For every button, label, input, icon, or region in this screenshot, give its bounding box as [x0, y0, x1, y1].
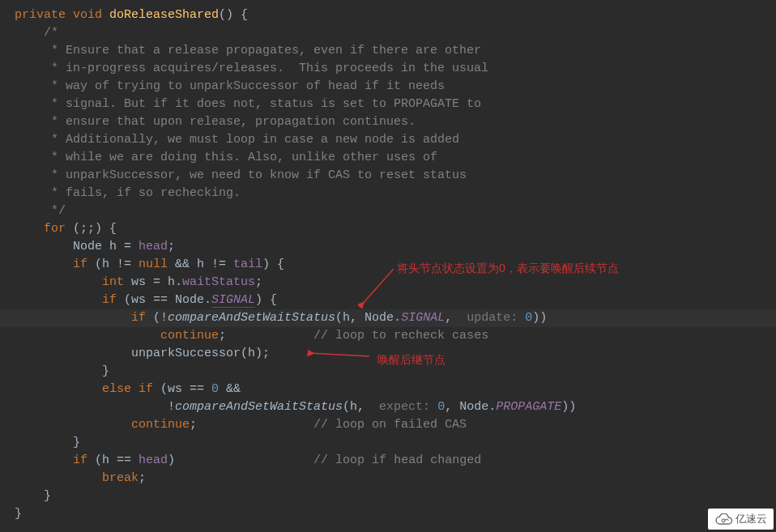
method-cas: compareAndSetWaitStatus: [168, 311, 335, 325]
method-name: doReleaseShared: [109, 8, 219, 22]
const-signal: SIGNAL: [211, 293, 255, 308]
keyword-void: void: [73, 8, 102, 22]
const-signal: SIGNAL: [401, 311, 445, 325]
field-waitstatus: waitStatus: [182, 275, 255, 289]
keyword-private: private: [15, 8, 66, 22]
code-line-22: else if (ws == 0 &&: [15, 381, 776, 398]
code-line-25: }: [15, 434, 776, 452]
keyword-continue: continue: [160, 329, 219, 343]
field-tail: tail: [233, 257, 262, 271]
code-line-26: if (h == head) // loop if head changed: [15, 452, 776, 470]
code-line-14: Node h = head;: [15, 238, 776, 256]
field-head: head: [139, 453, 168, 467]
keyword-if: if: [139, 382, 153, 396]
code-line-7: * ensure that upon release, propagation …: [15, 113, 776, 131]
code-line-29: }: [15, 505, 776, 523]
code-line-15: if (h != null && h != tail) {: [15, 256, 776, 274]
code-line-24: continue; // loop on failed CAS: [15, 416, 776, 434]
code-line-11: * fails, if so rechecking.: [15, 185, 776, 202]
code-line-17: if (ws == Node.SIGNAL) {: [15, 292, 776, 309]
watermark: 亿速云: [708, 509, 774, 530]
keyword-if: if: [73, 453, 87, 467]
code-line-18-highlighted: if (!compareAndSetWaitStatus(h, Node.SIG…: [0, 309, 776, 327]
keyword-if: if: [73, 257, 87, 271]
const-propagate: PROPAGATE: [496, 400, 561, 414]
code-line-9: * while we are doing this. Also, unlike …: [15, 149, 776, 167]
code-line-8: * Additionally, we must loop in case a n…: [15, 131, 776, 149]
code-line-5: * way of trying to unparkSuccessor of he…: [15, 78, 776, 96]
param-hint-update: update:: [459, 311, 525, 325]
keyword-continue: continue: [131, 418, 190, 432]
keyword-if: if: [102, 293, 117, 307]
watermark-text: 亿速云: [735, 510, 767, 528]
param-hint-expect: expect:: [372, 400, 437, 414]
keyword-if: if: [131, 311, 146, 325]
annotation-2: 唤醒后继节点: [377, 351, 446, 368]
field-head: head: [139, 240, 168, 253]
code-line-6: * signal. But if it does not, status is …: [15, 96, 776, 113]
code-line-23: !compareAndSetWaitStatus(h, expect: 0, N…: [15, 398, 776, 416]
code-line-3: * Ensure that a release propagates, even…: [15, 42, 776, 60]
code-line-10: * unparkSuccessor, we need to know if CA…: [15, 167, 776, 185]
keyword-else: else: [102, 382, 131, 396]
cloud-icon: [714, 513, 732, 525]
keyword-break: break: [102, 471, 139, 485]
keyword-for: for: [44, 222, 66, 236]
method-cas: compareAndSetWaitStatus: [175, 400, 343, 414]
code-line-28: }: [15, 487, 776, 505]
code-line-4: * in-progress acquires/releases. This pr…: [15, 60, 776, 78]
code-line-16: int ws = h.waitStatus;: [15, 274, 776, 292]
code-line-12: */: [15, 202, 776, 220]
keyword-int: int: [102, 275, 124, 289]
code-line-27: break;: [15, 470, 776, 487]
code-line-1: private void doReleaseShared() {: [15, 6, 776, 24]
code-line-19: continue; // loop to recheck cases: [15, 327, 776, 345]
annotation-1: 将头节点状态设置为0，表示要唤醒后续节点: [397, 259, 619, 277]
code-line-13: for (;;) {: [15, 220, 776, 238]
code-line-2: /*: [15, 24, 776, 42]
